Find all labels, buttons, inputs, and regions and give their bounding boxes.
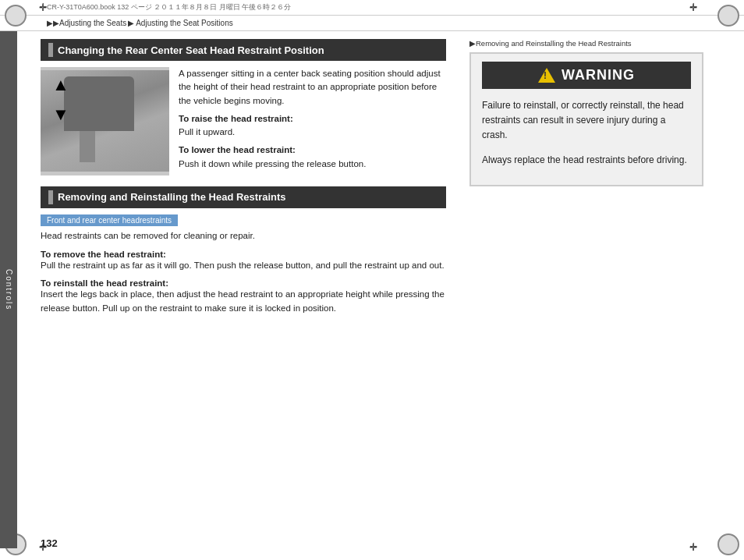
section1-header: Changing the Rear Center Seat Head Restr… (41, 39, 446, 61)
section1-text: A passenger sitting in a center back sea… (179, 67, 446, 175)
reinstall-label: To reinstall the head restraint: (41, 278, 446, 288)
section1-title: Changing the Rear Center Seat Head Restr… (58, 44, 324, 56)
file-meta-text: CR-Y-31T0A600.book 132 ページ ２０１１年８月８日 月曜日… (47, 3, 291, 11)
page-number: 132 (41, 537, 58, 549)
warning-text2: Always replace the head restraints befor… (482, 153, 691, 168)
headrest-image: ▲ ▼ (41, 67, 169, 175)
reinstall-instruction: To reinstall the head restraint: Insert … (41, 278, 446, 316)
subsection-label: Front and rear center headrestraints (41, 214, 178, 226)
corner-decoration-tl (5, 5, 27, 27)
warning-header: WARNING (482, 62, 691, 89)
remove-label: To remove the head restraint: (41, 250, 446, 259)
breadcrumb-part1: ▶▶Adjusting the Seats (47, 19, 126, 27)
right-column: ▶Removing and Reinstalling the Head Rest… (462, 39, 719, 548)
section2-header-bar (48, 190, 53, 204)
raise-label: To raise the head restraint: (179, 114, 293, 123)
crosshair-tr: ✛ (689, 2, 705, 18)
section2-title: Removing and Reinstalling the Head Restr… (58, 191, 286, 203)
section1-body: A passenger sitting in a center back sea… (179, 67, 446, 108)
file-meta-bar: CR-Y-31T0A600.book 132 ページ ２０１１年８月８日 月曜日… (0, 0, 744, 16)
section1-content: ▲ ▼ A passenger sitting in a center back… (41, 67, 446, 175)
right-ref-text: ▶Removing and Reinstalling the Head Rest… (469, 39, 703, 48)
crosshair-tl: ✛ (39, 2, 55, 18)
remove-instruction: To remove the head restraint: Pull the r… (41, 250, 446, 273)
side-tab-label: Controls (5, 269, 13, 310)
arrow-down-icon: ▼ (52, 105, 69, 125)
remove-text: Pull the restraint up as far as it will … (41, 259, 446, 273)
section1-header-bar (48, 43, 53, 57)
corner-decoration-tr (717, 5, 739, 27)
warning-box: WARNING Failure to reinstall, or correct… (469, 52, 703, 186)
side-tab: Controls (0, 31, 17, 548)
breadcrumb-part2: Adjusting the Seat Positions (136, 19, 233, 27)
page-body: Controls Changing the Rear Center Seat H… (0, 31, 744, 548)
warning-triangle-icon (538, 68, 555, 83)
raise-text: Pull it upward. (179, 127, 235, 136)
left-column: Changing the Rear Center Seat Head Restr… (17, 39, 462, 548)
lower-label: To lower the head restraint: (179, 145, 296, 154)
breadcrumb: ▶▶Adjusting the Seats ▶ Adjusting the Se… (0, 16, 744, 31)
breadcrumb-separator: ▶ (128, 19, 134, 27)
section2-body: Head restraints can be removed for clean… (41, 229, 446, 243)
page-number-text: 132 (41, 537, 58, 549)
lower-text: Push it down while pressing the release … (179, 159, 366, 168)
section2-header: Removing and Reinstalling the Head Restr… (41, 186, 446, 208)
arrow-up-icon: ▲ (52, 75, 69, 95)
warning-text1: Failure to reinstall, or correctly reins… (482, 98, 691, 144)
warning-title: WARNING (562, 67, 635, 83)
section2-content: Front and rear center headrestraints Hea… (41, 214, 446, 316)
reinstall-text: Insert the legs back in place, then adju… (41, 288, 446, 316)
main-content: Changing the Rear Center Seat Head Restr… (17, 31, 744, 548)
